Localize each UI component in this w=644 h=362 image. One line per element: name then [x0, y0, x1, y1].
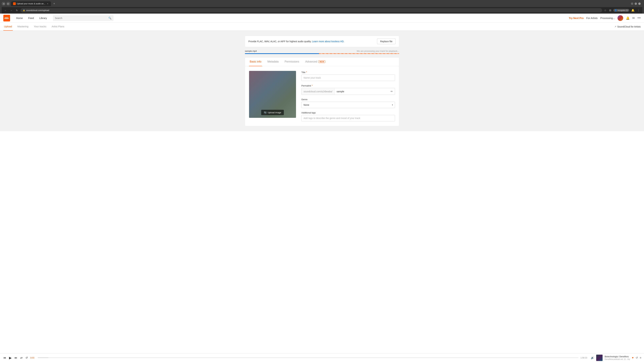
- browser-actions: ☆ ⊞ 👤 Incognito (2) 🔔 ⋮: [604, 8, 641, 12]
- genre-label: Genre: [301, 98, 395, 101]
- upload-image-btn[interactable]: 📷 Upload image: [261, 110, 284, 115]
- address-bar[interactable]: 🔒 soundcloud.com/upload: [20, 8, 602, 12]
- filename-row: sample.mp4 We are processing your track …: [245, 50, 399, 52]
- progress-bar-striped: [319, 53, 399, 54]
- for-artists-link[interactable]: For Artists: [586, 16, 598, 19]
- minimize-btn[interactable]: [631, 2, 633, 5]
- form-tabs: Basic info Metadata Permissions Advanced…: [245, 57, 399, 66]
- sub-nav-artist-plans[interactable]: Artist Plans: [51, 23, 65, 31]
- queue-btn[interactable]: ≡: [640, 356, 641, 359]
- sub-nav-your-tracks[interactable]: Your tracks: [33, 23, 47, 31]
- permalink-base: soundcloud.com/a24beaba/: [302, 88, 334, 94]
- sub-nav: Upload Mastering Your tracks Artist Plan…: [0, 23, 644, 31]
- tab-basic-info[interactable]: Basic info: [249, 57, 262, 66]
- svg-rect-7: [8, 18, 8, 19]
- info-banner: Provide FLAC, WAV, ALAC, or AIFF for hig…: [245, 36, 399, 47]
- play-btn[interactable]: ▶: [8, 355, 12, 361]
- nav-feed[interactable]: Feed: [26, 13, 36, 23]
- tab-permissions[interactable]: Permissions: [284, 57, 300, 66]
- permalink-edit-btn[interactable]: ✏: [388, 88, 395, 95]
- sub-nav-links: Upload Mastering Your tracks Artist Plan…: [3, 23, 614, 31]
- prev-btn[interactable]: ⏮: [3, 356, 7, 360]
- svg-rect-6: [8, 17, 8, 19]
- mail-btn[interactable]: ✉: [632, 16, 635, 20]
- nav-library[interactable]: Library: [36, 13, 50, 23]
- tab-advanced[interactable]: Advanced NEW: [304, 57, 326, 66]
- soundcloud-logo-icon: [3, 15, 10, 21]
- sub-nav-mastering[interactable]: Mastering: [17, 23, 29, 31]
- search-bar[interactable]: 🔍: [53, 15, 113, 21]
- sidebar-toggle-btn[interactable]: ⊞: [608, 8, 612, 12]
- replace-file-btn[interactable]: Replace file: [377, 38, 396, 44]
- browser-chrome: ◀ ▶ Upload your music & audio an... ✕ + …: [0, 0, 644, 13]
- incognito-label: Incognito (2): [618, 9, 628, 11]
- processing-text: We are processing your track for playbac…: [357, 50, 399, 52]
- user-avatar-btn[interactable]: [618, 15, 623, 21]
- sub-nav-upload[interactable]: Upload: [3, 23, 13, 31]
- close-btn[interactable]: [638, 2, 641, 5]
- player-right: ♥ ↺ ≡: [632, 356, 641, 359]
- url-text: soundcloud.com/upload: [26, 9, 600, 11]
- forward-btn[interactable]: →: [9, 8, 14, 12]
- search-submit-btn[interactable]: 🔍: [108, 16, 112, 19]
- notification-btn[interactable]: 🔔: [626, 16, 630, 20]
- like-btn[interactable]: ♥: [632, 356, 634, 359]
- active-tab[interactable]: Upload your music & audio an... ✕: [11, 1, 51, 6]
- player-progress-played: [38, 358, 48, 358]
- camera-icon: 📷: [264, 111, 267, 114]
- tab-metadata[interactable]: Metadata: [267, 57, 279, 66]
- volume-btn[interactable]: 🔊: [591, 356, 594, 359]
- new-tab-btn[interactable]: +: [52, 1, 56, 6]
- image-upload-area[interactable]: 📷 Upload image: [249, 71, 296, 118]
- external-link-icon: ↗: [614, 25, 616, 28]
- bookmark-btn[interactable]: ☆: [604, 8, 607, 12]
- next-btn[interactable]: ⏭: [14, 356, 18, 360]
- maximize-btn[interactable]: [634, 2, 637, 5]
- nav-home[interactable]: Home: [14, 13, 26, 23]
- lock-icon: 🔒: [23, 9, 25, 11]
- form-body: 📷 Upload image Title *: [245, 66, 399, 126]
- try-next-pro-link[interactable]: Try Next Pro: [569, 16, 584, 19]
- upload-form: Basic info Metadata Permissions Advanced…: [245, 57, 399, 126]
- sub-nav-right: ↗ SoundCloud for Artists: [614, 25, 641, 28]
- repost-btn[interactable]: ↺: [636, 356, 638, 359]
- tab-bar: ◀ ▶ Upload your music & audio an... ✕ +: [2, 1, 642, 6]
- shuffle-btn[interactable]: ⇄: [20, 356, 23, 360]
- genre-select[interactable]: None Alternative Rock Ambient Classical …: [301, 102, 395, 108]
- lossless-hd-link[interactable]: Learn more about lossless HD.: [312, 40, 344, 43]
- current-time: 0:03: [30, 357, 36, 359]
- repeat-btn[interactable]: ↺: [25, 356, 28, 360]
- sc-logo[interactable]: [3, 15, 10, 21]
- more-menu-btn[interactable]: ⋮: [636, 8, 641, 12]
- back-btn[interactable]: ←: [3, 8, 8, 12]
- refresh-btn[interactable]: ↻: [15, 8, 19, 12]
- tab-back-btn[interactable]: ◀: [2, 2, 5, 5]
- address-bar-row: ← → ↻ 🔒 soundcloud.com/upload ☆ ⊞ 👤 Inco…: [2, 7, 642, 13]
- progress-bar: [245, 53, 399, 54]
- player-progress-track[interactable]: [38, 358, 578, 358]
- info-banner-text: Provide FLAC, WAV, ALAC, or AIFF for hig…: [248, 40, 344, 43]
- soundcloud-for-artists-link[interactable]: SoundCloud for Artists: [617, 25, 641, 28]
- soundcloud-app: Home Feed Library 🔍 Try Next Pro For Art…: [0, 13, 644, 362]
- incognito-icon: 👤: [615, 9, 617, 11]
- more-options-btn[interactable]: •••: [638, 16, 641, 20]
- search-input[interactable]: [55, 17, 107, 19]
- info-banner-message: Provide FLAC, WAV, ALAC, or AIFF for hig…: [248, 40, 312, 43]
- svg-rect-2: [5, 17, 6, 19]
- nav-links: Home Feed Library: [14, 13, 50, 23]
- new-badge: NEW: [318, 60, 325, 63]
- tab-favicon: [13, 2, 16, 5]
- title-label: Title *: [301, 71, 395, 73]
- title-input[interactable]: [301, 75, 395, 81]
- svg-rect-1: [5, 17, 5, 19]
- tags-input[interactable]: [301, 115, 395, 121]
- svg-rect-4: [6, 17, 7, 19]
- notification-bell[interactable]: 🔔: [630, 8, 635, 12]
- upload-image-label: Upload image: [268, 111, 281, 114]
- app-nav: Home Feed Library 🔍 Try Next Pro For Art…: [0, 13, 644, 23]
- svg-rect-0: [4, 18, 5, 19]
- tab-close-btn[interactable]: ✕: [46, 2, 49, 5]
- main-content: Provide FLAC, WAV, ALAC, or AIFF for hig…: [0, 31, 644, 131]
- window-controls: [629, 2, 642, 5]
- tab-forward-btn[interactable]: ▶: [6, 2, 10, 5]
